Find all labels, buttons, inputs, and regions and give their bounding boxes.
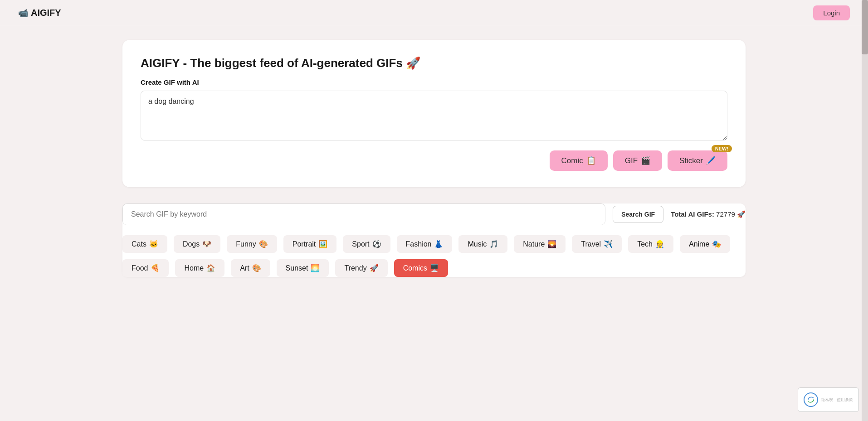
cat-label-nature: Nature bbox=[523, 240, 545, 248]
cat-icon-sport: ⚽ bbox=[372, 240, 381, 248]
recaptcha-icon bbox=[804, 392, 818, 407]
total-icon: 🚀 bbox=[737, 210, 746, 218]
scrollbar-thumb[interactable] bbox=[862, 0, 868, 54]
search-input-wrapper bbox=[122, 203, 605, 225]
category-tag-art[interactable]: Art 🎨 bbox=[231, 259, 270, 277]
new-badge: NEW! bbox=[712, 145, 732, 152]
cat-icon-travel: ✈️ bbox=[604, 240, 613, 248]
cat-label-art: Art bbox=[240, 264, 249, 272]
category-tag-portrait[interactable]: Portrait 🖼️ bbox=[283, 235, 337, 253]
svg-point-0 bbox=[804, 393, 818, 406]
main-content: AIGIFY - The biggest feed of AI-generate… bbox=[0, 26, 868, 295]
search-input[interactable] bbox=[123, 204, 605, 225]
gif-prompt-textarea[interactable] bbox=[141, 91, 727, 140]
recaptcha-text: 隐私权 · 使用条款 bbox=[821, 397, 853, 403]
cat-label-dogs: Dogs bbox=[183, 240, 200, 248]
header: 📹 AIGIFY Login bbox=[0, 0, 868, 26]
category-tag-funny[interactable]: Funny 🎨 bbox=[227, 235, 277, 253]
total-count-value: 72779 bbox=[716, 210, 735, 218]
cat-icon-anime: 🎭 bbox=[712, 240, 721, 248]
cat-label-home: Home bbox=[184, 264, 204, 272]
category-tag-comics[interactable]: Comics 🖥️ bbox=[394, 259, 448, 277]
category-tag-music[interactable]: Music 🎵 bbox=[458, 235, 507, 253]
cat-icon-nature: 🌄 bbox=[547, 240, 556, 248]
cat-label-funny: Funny bbox=[236, 240, 256, 248]
scrollbar-track[interactable] bbox=[862, 0, 868, 421]
cat-label-tech: Tech bbox=[637, 240, 653, 248]
login-button[interactable]: Login bbox=[813, 5, 850, 20]
recaptcha-box: 隐私权 · 使用条款 bbox=[798, 387, 859, 412]
category-tag-trendy[interactable]: Trendy 🚀 bbox=[335, 259, 387, 277]
cat-label-sport: Sport bbox=[352, 240, 369, 248]
cat-icon-portrait: 🖼️ bbox=[318, 240, 327, 248]
total-gifs-label: Total AI GIFs: 72779 🚀 bbox=[671, 210, 746, 218]
logo: 📹 AIGIFY bbox=[18, 8, 61, 18]
category-tag-food[interactable]: Food 🍕 bbox=[122, 259, 169, 277]
category-tag-dogs[interactable]: Dogs 🐶 bbox=[174, 235, 220, 253]
sticker-button[interactable]: NEW! Sticker 🖊️ bbox=[668, 150, 727, 171]
cat-label-cats: Cats bbox=[132, 240, 146, 248]
cat-icon-dogs: 🐶 bbox=[202, 240, 211, 248]
gif-button[interactable]: GIF 🎬 bbox=[613, 150, 662, 171]
search-section: Search GIF Total AI GIFs: 72779 🚀 Cats 🐱… bbox=[122, 203, 746, 277]
cat-icon-comics: 🖥️ bbox=[430, 264, 439, 272]
category-tag-travel[interactable]: Travel ✈️ bbox=[572, 235, 622, 253]
category-tag-tech[interactable]: Tech 👷 bbox=[628, 235, 673, 253]
cat-icon-cats: 🐱 bbox=[149, 240, 158, 248]
cat-label-food: Food bbox=[132, 264, 148, 272]
category-tag-sport[interactable]: Sport ⚽ bbox=[343, 235, 390, 253]
cat-icon-sunset: 🌅 bbox=[311, 264, 320, 272]
cat-label-fashion: Fashion bbox=[406, 240, 432, 248]
search-gif-button[interactable]: Search GIF bbox=[613, 206, 663, 223]
logo-icon: 📹 bbox=[18, 8, 28, 18]
cat-icon-art: 🎨 bbox=[252, 264, 261, 272]
cat-label-trendy: Trendy bbox=[344, 264, 366, 272]
cat-icon-food: 🍕 bbox=[151, 264, 160, 272]
gif-icon: 🎬 bbox=[641, 156, 650, 165]
cat-label-portrait: Portrait bbox=[293, 240, 316, 248]
hero-title: AIGIFY - The biggest feed of AI-generate… bbox=[141, 56, 727, 70]
category-tag-home[interactable]: Home 🏠 bbox=[175, 259, 224, 277]
total-count-label: Total AI GIFs: bbox=[671, 210, 714, 218]
comic-button[interactable]: Comic 📋 bbox=[550, 150, 608, 171]
category-tag-anime[interactable]: Anime 🎭 bbox=[680, 235, 730, 253]
hero-card: AIGIFY - The biggest feed of AI-generate… bbox=[122, 40, 746, 187]
comic-label: Comic bbox=[561, 156, 583, 165]
cat-icon-home: 🏠 bbox=[206, 264, 215, 272]
cat-icon-fashion: 👗 bbox=[434, 240, 443, 248]
cat-icon-funny: 🎨 bbox=[259, 240, 268, 248]
cat-icon-tech: 👷 bbox=[655, 240, 664, 248]
category-tag-nature[interactable]: Nature 🌄 bbox=[514, 235, 566, 253]
cat-icon-trendy: 🚀 bbox=[370, 264, 379, 272]
category-tag-sunset[interactable]: Sunset 🌅 bbox=[277, 259, 329, 277]
cat-label-music: Music bbox=[468, 240, 487, 248]
logo-text: AIGIFY bbox=[31, 8, 61, 18]
cat-label-anime: Anime bbox=[689, 240, 709, 248]
cat-label-sunset: Sunset bbox=[286, 264, 308, 272]
action-buttons-row: Comic 📋 GIF 🎬 NEW! Sticker 🖊️ bbox=[141, 150, 727, 171]
gif-label: GIF bbox=[625, 156, 638, 165]
cat-label-comics: Comics bbox=[403, 264, 427, 272]
category-tag-fashion[interactable]: Fashion 👗 bbox=[397, 235, 453, 253]
categories-grid: Cats 🐱Dogs 🐶Funny 🎨Portrait 🖼️Sport ⚽Fas… bbox=[122, 235, 746, 277]
cat-icon-music: 🎵 bbox=[489, 240, 498, 248]
sticker-label: Sticker bbox=[679, 156, 703, 165]
comic-icon: 📋 bbox=[586, 156, 596, 165]
search-bar-row: Search GIF Total AI GIFs: 72779 🚀 bbox=[122, 203, 746, 225]
cat-label-travel: Travel bbox=[581, 240, 601, 248]
category-tag-cats[interactable]: Cats 🐱 bbox=[122, 235, 167, 253]
sticker-icon: 🖊️ bbox=[706, 156, 716, 165]
create-gif-label: Create GIF with AI bbox=[141, 78, 727, 86]
